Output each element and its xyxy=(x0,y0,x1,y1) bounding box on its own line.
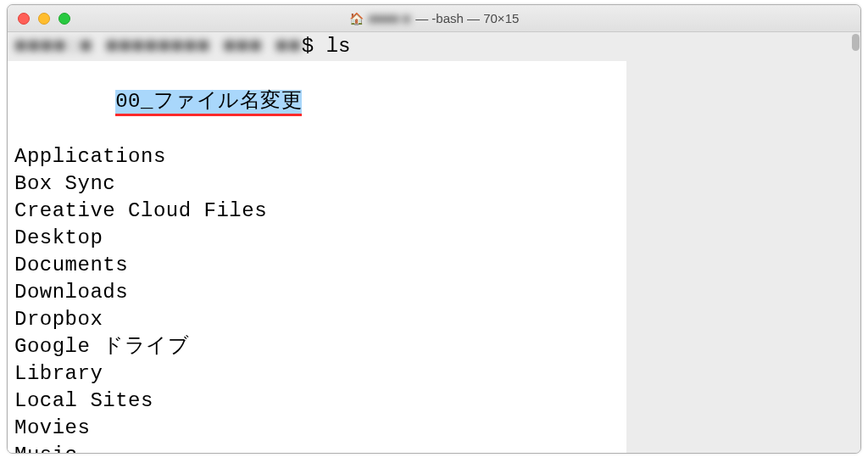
minimize-button[interactable] xyxy=(38,13,50,25)
prompt-dollar: $ xyxy=(302,33,326,60)
terminal-window: 🏠 ■■■■ ■ — -bash — 70×15 ■■■■:■ ■■■■■■■■… xyxy=(7,4,861,454)
prompt-row: ■■■■:■ ■■■■■■■■ ■■■ ■■ $ ls xyxy=(8,32,860,61)
prompt-command: ls xyxy=(326,33,351,60)
ls-line: Desktop xyxy=(14,225,620,252)
ls-line: Applications xyxy=(14,143,620,170)
prompt-blurred: ■■■■:■ ■■■■■■■■ ■■■ ■■ xyxy=(14,33,302,60)
titlebar[interactable]: 🏠 ■■■■ ■ — -bash — 70×15 xyxy=(8,5,860,32)
ls-line: Local Sites xyxy=(14,388,620,415)
ls-line: Downloads xyxy=(14,279,620,306)
title-suffix: — -bash — 70×15 xyxy=(415,11,519,25)
ls-line: Dropbox xyxy=(14,306,620,333)
ls-line: Box Sync xyxy=(14,170,620,198)
highlighted-filename: 00_ファイル名変更 xyxy=(115,90,302,116)
ls-output: 00_ファイル名変更 Applications Box Sync Creativ… xyxy=(8,61,626,453)
terminal-body[interactable]: ■■■■:■ ■■■■■■■■ ■■■ ■■ $ ls 00_ファイル名変更 A… xyxy=(8,32,860,453)
maximize-button[interactable] xyxy=(58,13,70,25)
ls-line: Creative Cloud Files xyxy=(14,198,620,225)
ls-line: Documents xyxy=(14,252,620,279)
traffic-lights xyxy=(18,13,70,25)
title-blurred-path: ■■■■ ■ xyxy=(369,11,410,25)
home-icon: 🏠 xyxy=(349,12,364,25)
ls-line: Library xyxy=(14,360,620,388)
ls-line-highlighted: 00_ファイル名変更 xyxy=(14,61,620,143)
close-button[interactable] xyxy=(18,13,30,25)
scrollbar-thumb[interactable] xyxy=(852,34,860,51)
ls-line: Music xyxy=(14,442,620,453)
window-title: 🏠 ■■■■ ■ — -bash — 70×15 xyxy=(8,11,860,25)
ls-line: Movies xyxy=(14,415,620,442)
ls-line: Google ドライブ xyxy=(14,333,620,360)
